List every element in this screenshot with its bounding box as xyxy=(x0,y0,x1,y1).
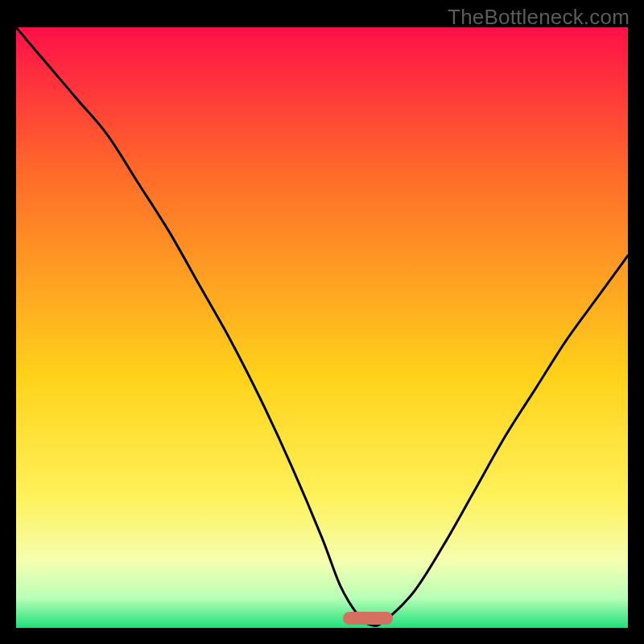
plot-area xyxy=(16,27,628,628)
watermark-text: TheBottleneck.com xyxy=(448,5,630,30)
curve-layer xyxy=(16,27,628,628)
bottleneck-curve xyxy=(16,27,628,625)
chart-frame: TheBottleneck.com xyxy=(0,0,644,644)
optimum-marker-pill xyxy=(343,612,393,625)
